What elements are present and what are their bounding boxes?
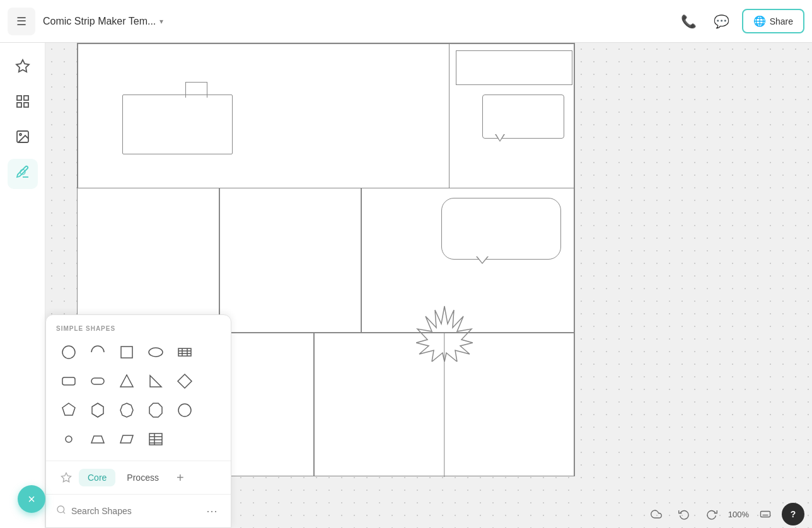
- svg-rect-38: [761, 512, 770, 517]
- undo-button[interactable]: [673, 503, 695, 525]
- menu-icon: ☰: [16, 14, 26, 28]
- chevron-down-icon: ▾: [160, 17, 163, 26]
- cloud-save-button[interactable]: [645, 503, 668, 525]
- svg-rect-4: [24, 103, 28, 107]
- share-button[interactable]: 🌐 Share: [742, 9, 804, 33]
- sidebar-image-button[interactable]: [8, 123, 38, 154]
- svg-rect-18: [91, 378, 104, 384]
- tab-add-button[interactable]: +: [170, 468, 190, 488]
- draw-icon: [15, 164, 30, 183]
- svg-marker-23: [92, 403, 103, 417]
- search-more-button[interactable]: ⋯: [203, 502, 221, 520]
- shape-circle-outline[interactable]: [172, 398, 197, 423]
- shape-table[interactable]: [143, 427, 168, 452]
- image-icon: [15, 129, 30, 148]
- folder-body: [122, 95, 233, 154]
- shape-triangle[interactable]: [114, 369, 139, 394]
- panel-1-1[interactable]: [78, 43, 450, 188]
- svg-marker-19: [120, 375, 133, 387]
- panel-1-2[interactable]: [450, 43, 574, 188]
- shape-octagon[interactable]: [143, 398, 168, 423]
- top-rect: [456, 50, 572, 85]
- panel-2-1[interactable]: [78, 188, 219, 333]
- svg-rect-1: [17, 96, 21, 100]
- shapes-panel: SIMPLE SHAPES: [45, 314, 231, 528]
- speech-bubble-folder: [122, 82, 233, 145]
- svg-marker-28: [91, 436, 104, 443]
- close-fab-button[interactable]: ×: [18, 485, 45, 513]
- svg-rect-12: [178, 348, 191, 356]
- svg-point-6: [20, 134, 21, 135]
- shape-half-circle[interactable]: [85, 340, 110, 365]
- shapes-search-area: ⋯: [46, 494, 231, 527]
- svg-marker-20: [150, 376, 161, 387]
- svg-rect-17: [62, 377, 75, 385]
- sidebar-grid-button[interactable]: [8, 88, 38, 118]
- shape-parallelogram[interactable]: [114, 427, 139, 452]
- svg-point-11: [149, 348, 163, 357]
- shape-hexagon[interactable]: [85, 398, 110, 423]
- redo-button[interactable]: [700, 503, 723, 525]
- speech-bubble-box: [482, 95, 564, 139]
- shape-rounded-rect[interactable]: [56, 369, 81, 394]
- shapes-tabs: Core Process +: [46, 461, 231, 494]
- svg-rect-3: [17, 103, 21, 107]
- shape-trapezoid[interactable]: [85, 427, 110, 452]
- svg-line-37: [63, 512, 65, 514]
- shape-rounded-bullet[interactable]: [56, 427, 81, 452]
- svg-marker-24: [120, 403, 133, 417]
- comic-row-1: [77, 43, 575, 188]
- shape-circle[interactable]: [56, 340, 81, 365]
- speech-bubble-tail-inner: [496, 134, 504, 141]
- document-title-area[interactable]: Comic Strip Maker Tem... ▾: [43, 16, 163, 27]
- speech-bubble-right: [482, 95, 564, 142]
- left-sidebar: [0, 43, 45, 528]
- speech-bubble-rounded: [441, 198, 561, 264]
- shape-stadium[interactable]: [85, 369, 110, 394]
- shapes-section-label: SIMPLE SHAPES: [56, 325, 221, 332]
- comic-row-2: [77, 188, 575, 333]
- shape-heptagon[interactable]: [114, 398, 139, 423]
- svg-point-27: [66, 436, 72, 442]
- tab-star-button[interactable]: [56, 468, 76, 488]
- sidebar-shapes-button[interactable]: [8, 53, 38, 83]
- tab-process-button[interactable]: Process: [118, 469, 168, 486]
- panel-2-2[interactable]: [219, 188, 361, 333]
- svg-rect-10: [121, 347, 132, 358]
- shape-grid-table[interactable]: [172, 340, 197, 365]
- svg-point-26: [178, 404, 191, 416]
- chat-button[interactable]: 💬: [709, 9, 734, 34]
- panel-3-2[interactable]: [314, 333, 574, 476]
- more-icon: ⋯: [206, 504, 218, 518]
- svg-marker-22: [62, 403, 75, 415]
- search-input[interactable]: [71, 506, 198, 516]
- svg-marker-35: [62, 473, 71, 482]
- help-button[interactable]: ?: [782, 503, 804, 525]
- menu-button[interactable]: ☰: [8, 8, 35, 35]
- shape-pentagon[interactable]: [56, 398, 81, 423]
- document-title: Comic Strip Maker Tem...: [43, 16, 156, 27]
- shape-square[interactable]: [114, 340, 139, 365]
- rounded-bubble-tail-inner: [477, 256, 487, 263]
- sidebar-draw-button[interactable]: [8, 159, 38, 189]
- svg-marker-21: [178, 374, 192, 388]
- chat-icon: 💬: [714, 14, 729, 29]
- globe-icon: 🌐: [753, 15, 766, 27]
- shape-diamond[interactable]: [172, 369, 197, 394]
- svg-marker-29: [120, 435, 133, 443]
- starburst-line: [444, 333, 445, 477]
- tab-core-button[interactable]: Core: [79, 469, 115, 486]
- svg-marker-25: [149, 403, 162, 417]
- shape-ellipse[interactable]: [143, 340, 168, 365]
- keyboard-button[interactable]: [754, 503, 777, 525]
- search-icon: [56, 505, 66, 517]
- header: ☰ Comic Strip Maker Tem... ▾ 📞 💬 🌐 Share: [0, 0, 812, 43]
- phone-button[interactable]: 📞: [676, 9, 702, 34]
- svg-point-36: [57, 506, 64, 513]
- shape-right-triangle[interactable]: [143, 369, 168, 394]
- star-icon: [15, 59, 30, 77]
- svg-point-9: [62, 346, 75, 359]
- grid-icon: [15, 94, 30, 113]
- zoom-level: 100%: [728, 510, 749, 519]
- svg-rect-2: [24, 96, 28, 100]
